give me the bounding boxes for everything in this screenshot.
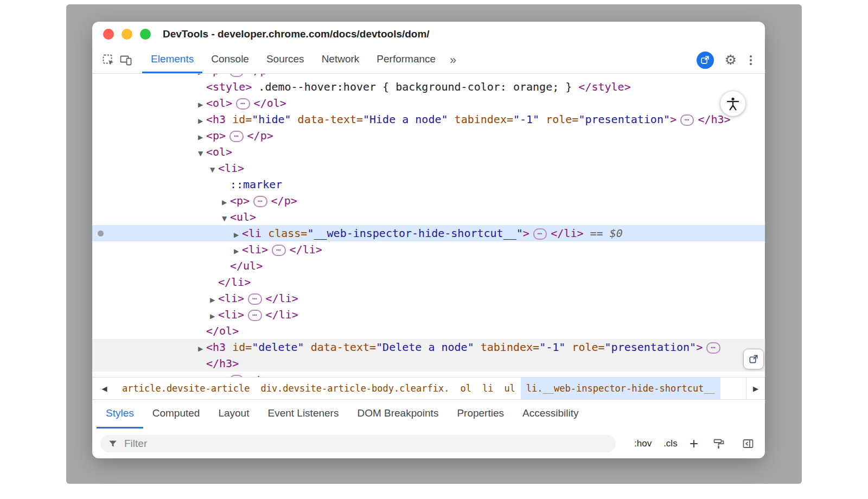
twisty-collapse-icon[interactable]: ▼ (222, 210, 230, 227)
code-token-attr: data-text= (291, 113, 363, 126)
dom-node-row[interactable]: </ol> (92, 323, 765, 339)
dom-node-row[interactable]: ▶<ol>⋯</ol> (92, 95, 765, 111)
sidebar-tab-layout[interactable]: Layout (209, 400, 258, 428)
dom-node-row[interactable]: <style> .demo--hover:hover { background-… (92, 79, 765, 95)
more-options-button[interactable] (748, 53, 754, 67)
accessibility-icon (725, 96, 741, 111)
inline-expand-button[interactable]: ⋯ (706, 342, 720, 354)
panel-tabs: ElementsConsoleSourcesNetworkPerformance (142, 47, 444, 73)
inspect-element-button[interactable] (100, 52, 117, 69)
sidebar-tab-accessibility[interactable]: Accessibility (513, 400, 588, 428)
breadcrumb-item[interactable]: div.devsite-article-body.clearfix. (255, 378, 455, 399)
code-token-tag: </style> (578, 80, 630, 93)
tab-performance[interactable]: Performance (368, 47, 444, 73)
tab-console[interactable]: Console (202, 47, 258, 73)
twisty-expand-icon[interactable]: ▶ (234, 227, 242, 243)
styles-toolbar-buttons: :hov .cls + (634, 435, 757, 452)
zoom-button[interactable] (140, 29, 151, 40)
dom-node-row[interactable]: ▶<p>⋯</p> (92, 74, 765, 79)
inline-expand-button[interactable]: ⋯ (680, 114, 694, 126)
breadcrumb-items: article.devsite-articlediv.devsite-artic… (117, 378, 746, 399)
toggle-element-state-button[interactable]: :hov (634, 438, 652, 449)
breadcrumb-scroll-right-button[interactable]: ▶ (746, 378, 765, 399)
code-token-tag: <h3 (206, 341, 226, 354)
inline-expand-button[interactable]: ⋯ (248, 310, 261, 321)
dom-node-row[interactable]: ▼<ul> (92, 209, 765, 225)
dom-node-row[interactable]: ▶<li class="__web-inspector-hide-shortcu… (92, 225, 765, 241)
desktop-background: DevTools - developer.chrome.com/docs/dev… (66, 4, 802, 484)
sidebar-tab-styles[interactable]: Styles (97, 400, 143, 428)
code-token-attr: role= (539, 113, 578, 126)
new-style-rule-button[interactable]: + (690, 438, 698, 449)
dom-node-row[interactable]: ▶<h3 id="delete" data-text="Delete a nod… (92, 339, 765, 355)
settings-button[interactable]: ⚙ (725, 52, 737, 68)
twisty-expand-icon[interactable]: ▶ (210, 292, 218, 308)
dom-node-row[interactable]: ▶<h3 id="hide" data-text="Hide a node" t… (92, 111, 765, 127)
dom-node-row[interactable]: </li> (92, 274, 765, 290)
dom-node-row[interactable]: ▼<ol> (92, 144, 765, 160)
breadcrumb-item[interactable]: ol (455, 378, 476, 399)
code-token-tag: <li> (242, 243, 268, 256)
code-token-tag: </li> (290, 243, 322, 256)
sidebar-tab-properties[interactable]: Properties (448, 400, 513, 428)
dom-node-row[interactable]: ▶<p>⋯</p> (92, 372, 765, 377)
tab-sources[interactable]: Sources (258, 47, 313, 73)
scroll-into-view-fab[interactable] (743, 349, 764, 369)
breadcrumb-item[interactable]: ul (499, 378, 520, 399)
open-in-new-button[interactable] (697, 52, 714, 69)
dom-node-row[interactable]: ▶<li>⋯</li> (92, 306, 765, 323)
twisty-expand-icon[interactable]: ▶ (198, 113, 206, 129)
code-token-val: "-1" (539, 341, 565, 354)
code-token-val: "presentation" (578, 113, 670, 126)
dom-node-row[interactable]: ▶<p>⋯</p> (92, 193, 765, 209)
dom-node-row[interactable]: ▶<p>⋯</p> (92, 127, 765, 144)
more-tabs-button[interactable]: » (450, 53, 456, 67)
inline-expand-button[interactable]: ⋯ (229, 131, 243, 142)
minimize-button[interactable] (122, 29, 132, 40)
inline-expand-button[interactable]: ⋯ (248, 293, 261, 305)
inline-expand-button[interactable]: ⋯ (272, 245, 285, 256)
dom-node-row[interactable]: </ul> (92, 258, 765, 274)
toggle-sidebar-button[interactable] (739, 435, 757, 452)
elements-panel: ▶<p>⋯</p><style> .demo--hover:hover { ba… (92, 74, 765, 377)
device-toolbar-icon (119, 54, 132, 67)
code-token-tag: </h3> (206, 357, 239, 370)
breadcrumb-scroll-left-button[interactable]: ◀ (92, 378, 117, 399)
paint-roller-button[interactable] (710, 435, 727, 452)
twisty-collapse-icon[interactable]: ▼ (198, 145, 206, 162)
dom-node-row[interactable]: ▶<li>⋯</li> (92, 290, 765, 306)
sidebar-tab-dom-breakpoints[interactable]: DOM Breakpoints (348, 400, 448, 428)
dom-node-row[interactable]: </h3> (92, 355, 765, 372)
sidebar-tab-event-listeners[interactable]: Event Listeners (258, 400, 348, 428)
twisty-expand-icon[interactable]: ▶ (198, 373, 206, 377)
breadcrumb-item[interactable]: li (477, 378, 499, 399)
inline-expand-button[interactable]: ⋯ (229, 375, 243, 377)
accessibility-fab[interactable] (720, 91, 745, 116)
tab-elements[interactable]: Elements (142, 47, 202, 73)
dom-node-row[interactable]: ▶<li>⋯</li> (92, 241, 765, 258)
filter-input[interactable] (123, 437, 608, 450)
dom-node-row[interactable]: ::marker (92, 176, 765, 193)
twisty-expand-icon[interactable]: ▶ (198, 341, 206, 357)
tab-network[interactable]: Network (313, 47, 368, 73)
dom-node-row[interactable]: ▼<li> (92, 160, 765, 176)
twisty-expand-icon[interactable]: ▶ (198, 129, 206, 145)
twisty-expand-icon[interactable]: ▶ (234, 243, 242, 259)
toggle-class-button[interactable]: .cls (663, 438, 678, 449)
breadcrumb-item[interactable]: li.__web-inspector-hide-shortcut__ (521, 378, 720, 399)
twisty-expand-icon[interactable]: ▶ (210, 308, 218, 324)
inline-expand-button[interactable]: ⋯ (229, 74, 243, 77)
breadcrumb-item[interactable]: article.devsite-article (117, 378, 255, 399)
inline-expand-button[interactable]: ⋯ (236, 98, 250, 110)
twisty-expand-icon[interactable]: ▶ (222, 194, 230, 210)
sidebar-tab-computed[interactable]: Computed (143, 400, 209, 428)
code-token-tag: </ol> (206, 324, 239, 337)
filter-field[interactable] (100, 435, 616, 452)
twisty-expand-icon[interactable]: ▶ (198, 97, 206, 113)
device-toolbar-button[interactable] (117, 52, 135, 69)
sidebar-tabs: StylesComputedLayoutEvent ListenersDOM B… (92, 400, 765, 428)
inline-expand-button[interactable]: ⋯ (533, 228, 547, 240)
inline-expand-button[interactable]: ⋯ (253, 196, 267, 207)
close-button[interactable] (103, 29, 114, 40)
twisty-collapse-icon[interactable]: ▼ (210, 162, 218, 178)
